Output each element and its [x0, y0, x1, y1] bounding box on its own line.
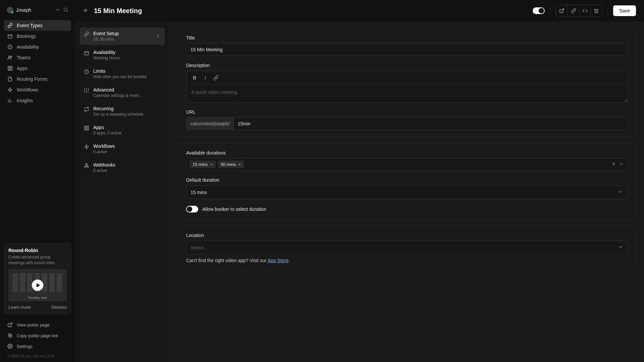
description-editor: B I A quick video meeting. [186, 71, 628, 103]
zap-icon [7, 87, 13, 93]
sidebar-item-label: Teams [17, 55, 31, 60]
search-icon[interactable] [63, 7, 68, 13]
durations-multiselect[interactable]: 15 mins ✕ 30 mins ✕ ✕ [186, 158, 628, 171]
link-icon [7, 23, 13, 28]
page-title: 15 Min Meeting [94, 7, 527, 15]
italic-button[interactable]: I [201, 73, 210, 82]
main-content: Title Description B I A quick video meet… [170, 21, 644, 362]
sidebar-item-label: Bookings [17, 34, 36, 39]
location-hint: Can't find the right video app? Visit ou… [186, 258, 628, 263]
promo-learn-more[interactable]: Learn more [8, 305, 31, 310]
bottom-link-label: Copy public page link [17, 333, 58, 338]
view-public-page[interactable]: View public page [4, 319, 71, 330]
card-location: Location Select... Can't find the right … [178, 226, 636, 270]
tab-webhooks[interactable]: Webhooks 0 active [80, 159, 165, 176]
sidebar-item-apps[interactable]: Apps [4, 63, 71, 74]
tab-desc: 15, 30 mins [93, 37, 151, 42]
clear-all-icon[interactable]: ✕ [612, 161, 616, 168]
svg-rect-9 [8, 69, 10, 70]
location-select[interactable]: Select... [186, 241, 628, 254]
svg-point-18 [9, 346, 11, 347]
grid-icon [7, 66, 13, 71]
promo-desc: Create advanced group meetings with roun… [8, 254, 67, 266]
embed-button[interactable] [579, 5, 590, 16]
chevron-right-icon [155, 33, 161, 40]
header-action-group [556, 5, 602, 17]
tab-limits[interactable]: Limits How often you can be booked [80, 65, 165, 82]
users-icon [7, 55, 13, 60]
sidebar-item-settings[interactable]: Settings [4, 341, 71, 352]
sidebar-item-availability[interactable]: Availability [4, 42, 71, 52]
svg-point-6 [10, 56, 12, 57]
sidebar-item-label: Event Types [17, 23, 43, 28]
tab-label: Availability [93, 50, 161, 55]
promo-thumbnail[interactable]: Tuesday, 2pm [8, 269, 67, 301]
sidebar-left: Joseph Event Types Bookings Availability… [0, 0, 75, 362]
title-input[interactable] [186, 43, 628, 56]
chip-label: 30 mins [221, 162, 236, 167]
promo-dismiss[interactable]: Dismiss [52, 305, 67, 310]
svg-rect-33 [87, 128, 89, 130]
user-name: Joseph [16, 7, 52, 13]
tab-label: Limits [93, 68, 161, 74]
sidebar-item-routing[interactable]: Routing Forms [4, 74, 71, 84]
remove-chip-icon[interactable]: ✕ [238, 162, 241, 167]
zap-icon [84, 144, 89, 149]
save-button[interactable]: Save [613, 5, 636, 16]
bold-button[interactable]: B [190, 73, 199, 82]
back-button[interactable] [83, 8, 89, 14]
preview-button[interactable] [556, 5, 568, 16]
chevron-down-icon[interactable] [619, 161, 624, 168]
editor-link-button[interactable] [211, 73, 221, 82]
tab-label: Event Setup [93, 31, 151, 36]
default-duration-label: Default duration [186, 177, 628, 183]
tab-event-setup[interactable]: Event Setup 15, 30 mins [80, 27, 165, 45]
chevron-down-icon [55, 7, 60, 13]
default-duration-select[interactable]: 15 mins [186, 185, 628, 199]
durations-label: Available durations [186, 150, 628, 156]
svg-point-5 [8, 56, 10, 58]
copy-public-link[interactable]: Copy public page link [4, 330, 71, 341]
tab-availability[interactable]: Availability Working Hours [80, 46, 165, 64]
bottom-link-label: View public page [17, 322, 50, 327]
event-enabled-toggle[interactable] [533, 7, 545, 14]
chip-label: 15 mins [193, 162, 208, 167]
copy-link-button[interactable] [568, 5, 579, 16]
app-store-link[interactable]: App Store [268, 258, 288, 263]
clock-icon [84, 69, 89, 74]
sidebar-item-teams[interactable]: Teams [4, 52, 71, 63]
calendar-icon [84, 50, 89, 56]
description-label: Description [186, 63, 628, 68]
svg-rect-31 [87, 126, 89, 128]
bottom-links: View public page Copy public page link S… [4, 319, 71, 352]
sidebar-item-label: Availability [17, 44, 39, 50]
sidebar-item-event-types[interactable]: Event Types [4, 20, 71, 31]
svg-rect-32 [85, 128, 86, 130]
sidebar-item-workflows[interactable]: Workflows [4, 84, 71, 95]
url-input[interactable] [233, 117, 628, 130]
play-icon [32, 280, 43, 291]
sidebar-item-insights[interactable]: Insights [4, 95, 71, 106]
promo-title: Round-Robin [8, 248, 67, 253]
avatar [7, 7, 13, 13]
tab-recurring[interactable]: Recurring Set up a repeating schedule [80, 103, 165, 120]
editor-toolbar: B I [186, 71, 627, 85]
tab-workflows[interactable]: Workflows 0 active [80, 140, 165, 158]
chevron-down-icon [618, 189, 623, 195]
sidebar-item-bookings[interactable]: Bookings [4, 31, 71, 42]
tab-desc: Working Hours [93, 56, 161, 60]
repeat-icon [84, 107, 89, 112]
tab-apps[interactable]: Apps 0 apps, 0 active [80, 121, 165, 139]
card-durations: Available durations 15 mins ✕ 30 mins ✕ … [178, 143, 636, 220]
tab-desc: 0 active [93, 149, 161, 154]
event-tabs-sidebar: Event Setup 15, 30 mins Availability Wor… [75, 21, 170, 362]
tab-label: Apps [93, 125, 161, 130]
user-switcher[interactable]: Joseph [4, 4, 71, 16]
remove-chip-icon[interactable]: ✕ [210, 162, 213, 167]
allow-select-duration-toggle[interactable] [186, 206, 198, 213]
url-label: URL [186, 109, 628, 115]
tab-advanced[interactable]: Advanced Calendar settings & more... [80, 84, 165, 101]
description-textarea[interactable]: A quick video meeting. [186, 85, 627, 102]
delete-button[interactable] [590, 5, 602, 16]
svg-rect-30 [85, 126, 86, 128]
